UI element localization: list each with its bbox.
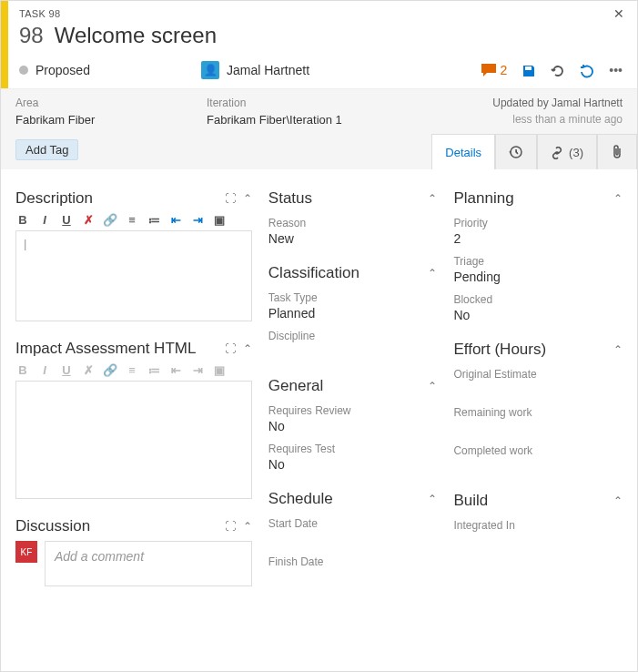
build-heading: Build	[453, 492, 488, 510]
area-label: Area	[15, 97, 207, 109]
tab-history[interactable]	[495, 134, 537, 169]
attachment-icon	[611, 145, 623, 160]
maximize-icon[interactable]: ⛶	[225, 192, 236, 205]
iteration-value: Fabrikam Fiber\Iteration 1	[207, 113, 450, 127]
indent-icon[interactable]: ⇥	[190, 363, 205, 377]
req-test-label: Requires Test	[268, 443, 438, 455]
history-icon	[509, 145, 523, 160]
column-planning: Planning ⌃ Priority 2 Triage Pending Blo…	[453, 182, 623, 657]
schedule-heading: Schedule	[268, 490, 333, 508]
completed-value[interactable]	[453, 459, 623, 473]
image-icon[interactable]: ▣	[212, 363, 227, 377]
work-item-header: TASK 98 ✕ 98 Welcome screen Proposed 👤 J…	[1, 1, 637, 88]
req-test-value[interactable]: No	[268, 457, 438, 472]
effort-heading: Effort (Hours)	[453, 341, 546, 359]
completed-label: Completed work	[453, 444, 623, 457]
tab-links[interactable]: (3)	[537, 134, 597, 169]
state-dot-icon	[19, 66, 28, 75]
outdent-icon[interactable]: ⇤	[168, 363, 183, 377]
work-item-title[interactable]: Welcome screen	[55, 23, 217, 48]
underline-icon[interactable]: U	[59, 213, 74, 227]
refresh-icon[interactable]	[551, 62, 565, 77]
collapse-icon[interactable]: ⌃	[428, 192, 437, 205]
tab-attachments[interactable]	[597, 134, 637, 169]
indent-icon[interactable]: ⇥	[190, 213, 205, 227]
comment-count[interactable]: 2	[481, 63, 507, 77]
number-list-icon[interactable]: ≔	[147, 363, 161, 377]
maximize-icon[interactable]: ⛶	[225, 520, 236, 533]
link-icon	[551, 145, 563, 159]
link-icon[interactable]: 🔗	[103, 213, 117, 227]
orig-estimate-value[interactable]	[453, 382, 623, 397]
description-toolbar: B I U ✗ 🔗 ≡ ≔ ⇤ ⇥ ▣	[15, 213, 252, 227]
req-review-value[interactable]: No	[268, 419, 438, 433]
iteration-block[interactable]: Iteration Fabrikam Fiber\Iteration 1	[207, 97, 450, 127]
work-item-id: 98	[19, 23, 44, 48]
bullet-list-icon[interactable]: ≡	[125, 363, 139, 377]
column-main: Description ⛶ ⌃ B I U ✗ 🔗 ≡ ≔ ⇤ ⇥ ▣ | Im…	[15, 182, 252, 657]
req-review-label: Requires Review	[268, 404, 438, 417]
maximize-icon[interactable]: ⛶	[225, 342, 236, 355]
description-editor[interactable]: |	[15, 230, 252, 321]
add-tag-button[interactable]: Add Tag	[15, 139, 78, 160]
outdent-icon[interactable]: ⇤	[168, 213, 183, 227]
underline-icon[interactable]: U	[59, 363, 74, 377]
italic-icon[interactable]: I	[37, 363, 52, 377]
priority-value[interactable]: 2	[453, 231, 623, 246]
discussion-heading: Discussion	[15, 517, 90, 535]
area-block[interactable]: Area Fabrikam Fiber	[15, 97, 207, 127]
start-date-value[interactable]	[268, 532, 438, 546]
state-value: Proposed	[35, 63, 90, 77]
collapse-icon[interactable]: ⌃	[613, 192, 623, 205]
remaining-value[interactable]	[453, 421, 623, 435]
state-row[interactable]: Proposed	[19, 63, 201, 77]
collapse-icon[interactable]: ⌃	[243, 192, 252, 205]
impact-heading: Impact Assessment HTML	[15, 340, 196, 358]
task-type-label: Task Type	[268, 291, 438, 304]
bold-icon[interactable]: B	[15, 213, 30, 227]
clear-format-icon[interactable]: ✗	[81, 213, 96, 227]
collapse-icon[interactable]: ⌃	[613, 343, 623, 356]
collapse-icon[interactable]: ⌃	[243, 342, 252, 355]
collapse-icon[interactable]: ⌃	[428, 380, 437, 392]
italic-icon[interactable]: I	[37, 213, 52, 227]
clear-format-icon[interactable]: ✗	[81, 363, 96, 377]
comment-icon	[481, 64, 496, 76]
undo-icon[interactable]	[580, 62, 594, 77]
remaining-label: Remaining work	[453, 406, 623, 419]
bullet-list-icon[interactable]: ≡	[125, 213, 139, 227]
save-icon[interactable]	[522, 62, 536, 77]
tag-tabs-row: Add Tag Details (3)	[1, 134, 637, 169]
tab-details[interactable]: Details	[431, 134, 495, 169]
iteration-label: Iteration	[207, 97, 450, 109]
image-icon[interactable]: ▣	[212, 213, 227, 227]
assignee-name: Jamal Hartnett	[227, 63, 309, 77]
area-value: Fabrikam Fiber	[15, 113, 207, 127]
number-list-icon[interactable]: ≔	[147, 213, 161, 227]
start-date-label: Start Date	[268, 517, 438, 530]
bold-icon[interactable]: B	[15, 363, 30, 377]
collapse-icon[interactable]: ⌃	[428, 493, 437, 505]
user-avatar-icon: KF	[15, 541, 37, 563]
blocked-value[interactable]: No	[453, 308, 623, 322]
collapse-icon[interactable]: ⌃	[243, 520, 252, 533]
comment-input[interactable]: Add a comment	[45, 541, 252, 586]
triage-value[interactable]: Pending	[453, 270, 623, 284]
more-actions-icon[interactable]: •••	[609, 63, 623, 77]
description-heading: Description	[15, 189, 93, 208]
close-button[interactable]: ✕	[613, 6, 624, 21]
finish-date-label: Finish Date	[268, 555, 438, 568]
link-icon[interactable]: 🔗	[103, 363, 117, 377]
column-status: Status ⌃ Reason New Classification ⌃ Tas…	[268, 182, 438, 657]
task-type-value[interactable]: Planned	[268, 306, 438, 321]
impact-editor[interactable]	[15, 381, 252, 499]
updated-block: Updated by Jamal Hartnett less than a mi…	[450, 97, 623, 127]
collapse-icon[interactable]: ⌃	[613, 494, 623, 507]
body-grid: Description ⛶ ⌃ B I U ✗ 🔗 ≡ ≔ ⇤ ⇥ ▣ | Im…	[1, 169, 637, 670]
reason-value[interactable]: New	[268, 231, 438, 246]
impact-toolbar: B I U ✗ 🔗 ≡ ≔ ⇤ ⇥ ▣	[15, 363, 252, 377]
general-heading: General	[268, 377, 323, 395]
assignee-row[interactable]: 👤 Jamal Hartnett	[201, 61, 481, 79]
discipline-value[interactable]	[268, 344, 438, 359]
collapse-icon[interactable]: ⌃	[428, 267, 437, 280]
